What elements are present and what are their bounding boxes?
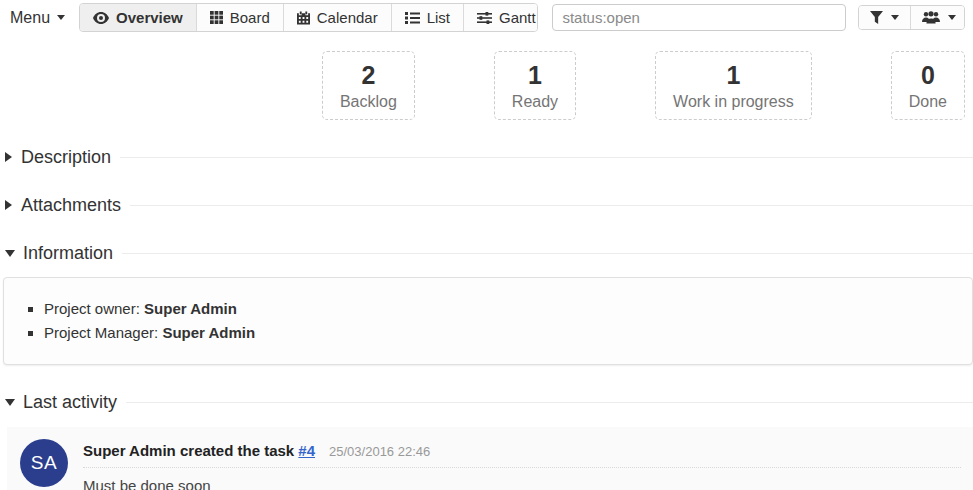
stat-label: Done xyxy=(909,93,947,111)
section-title: Information xyxy=(23,243,113,264)
info-label: Project owner: xyxy=(44,300,144,317)
section-rule xyxy=(122,253,973,254)
section-header-description[interactable]: Description xyxy=(5,147,973,168)
activity-timestamp: 25/03/2016 22:46 xyxy=(329,444,430,459)
activity-title: Super Admin created the task xyxy=(83,442,294,459)
menu-label: Menu xyxy=(10,9,50,27)
tab-label: Gantt xyxy=(499,9,536,26)
users-dropdown-button[interactable] xyxy=(911,6,965,29)
filter-dropdown-button[interactable] xyxy=(859,6,911,29)
section-title: Attachments xyxy=(21,195,121,216)
task-link[interactable]: #4 xyxy=(298,442,315,459)
stat-box-ready: 1 Ready xyxy=(494,51,576,120)
section-rule xyxy=(130,205,973,206)
stat-box-done: 0 Done xyxy=(891,51,965,120)
triangle-down-icon xyxy=(5,399,15,406)
section-header-last-activity[interactable]: Last activity xyxy=(5,392,973,413)
list-item: Project owner: Super Admin xyxy=(44,297,962,321)
stat-label: Backlog xyxy=(340,93,397,111)
stat-count: 0 xyxy=(909,61,947,90)
avatar: SA xyxy=(20,439,68,487)
search-input[interactable] xyxy=(552,4,845,31)
list-item: Project Manager: Super Admin xyxy=(44,321,962,345)
stat-count: 2 xyxy=(340,61,397,90)
caret-down-icon xyxy=(57,15,65,20)
section-header-information[interactable]: Information xyxy=(5,243,973,264)
section-title: Last activity xyxy=(23,392,117,413)
triangle-right-icon xyxy=(5,152,12,162)
tab-board[interactable]: Board xyxy=(197,4,284,31)
info-label: Project Manager: xyxy=(44,324,162,341)
section-rule xyxy=(126,402,973,403)
section-header-attachments[interactable]: Attachments xyxy=(5,195,973,216)
tab-overview[interactable]: Overview xyxy=(80,4,197,31)
calendar-icon xyxy=(297,11,310,25)
section-rule xyxy=(120,157,973,158)
activity-body: Must be done soon xyxy=(83,477,961,490)
information-list: Project owner: Super Admin Project Manag… xyxy=(4,297,962,345)
stat-count: 1 xyxy=(673,61,794,90)
info-value: Super Admin xyxy=(144,300,237,317)
activity-title-row: Super Admin created the task #4 25/03/20… xyxy=(83,439,961,468)
list-bullets-icon xyxy=(405,12,420,24)
triangle-down-icon xyxy=(5,250,15,257)
eye-icon xyxy=(93,12,109,24)
stat-label: Work in progress xyxy=(673,93,794,111)
grid-icon xyxy=(210,11,223,24)
tab-gantt[interactable]: Gantt xyxy=(464,4,538,31)
tab-label: Overview xyxy=(116,9,183,26)
activity-content: Super Admin created the task #4 25/03/20… xyxy=(83,439,961,490)
tab-label: Calendar xyxy=(317,9,378,26)
activity-event: SA Super Admin created the task #4 25/03… xyxy=(7,427,973,490)
tab-list[interactable]: List xyxy=(392,4,464,31)
stat-box-work-in-progress: 1 Work in progress xyxy=(655,51,812,120)
tab-label: List xyxy=(427,9,450,26)
information-panel: Project owner: Super Admin Project Manag… xyxy=(3,277,973,365)
view-switcher: Overview Board Calendar List Gantt xyxy=(79,3,538,32)
caret-down-icon xyxy=(948,15,956,20)
stat-label: Ready xyxy=(512,93,558,111)
users-group-icon xyxy=(922,11,940,24)
sliders-icon xyxy=(477,12,492,24)
tab-label: Board xyxy=(230,9,270,26)
triangle-right-icon xyxy=(5,200,12,210)
section-title: Description xyxy=(21,147,111,168)
caret-down-icon xyxy=(891,15,899,20)
tab-calendar[interactable]: Calendar xyxy=(284,4,392,31)
toolbar: Menu Overview Board Calendar List xyxy=(0,0,973,34)
funnel-icon xyxy=(870,11,883,24)
info-value: Super Admin xyxy=(162,324,255,341)
column-stats-row: 2 Backlog 1 Ready 1 Work in progress 0 D… xyxy=(0,34,973,120)
stat-box-backlog: 2 Backlog xyxy=(322,51,415,120)
filter-dropdowns xyxy=(858,5,965,30)
menu-dropdown[interactable]: Menu xyxy=(8,5,67,31)
stat-count: 1 xyxy=(512,61,558,90)
